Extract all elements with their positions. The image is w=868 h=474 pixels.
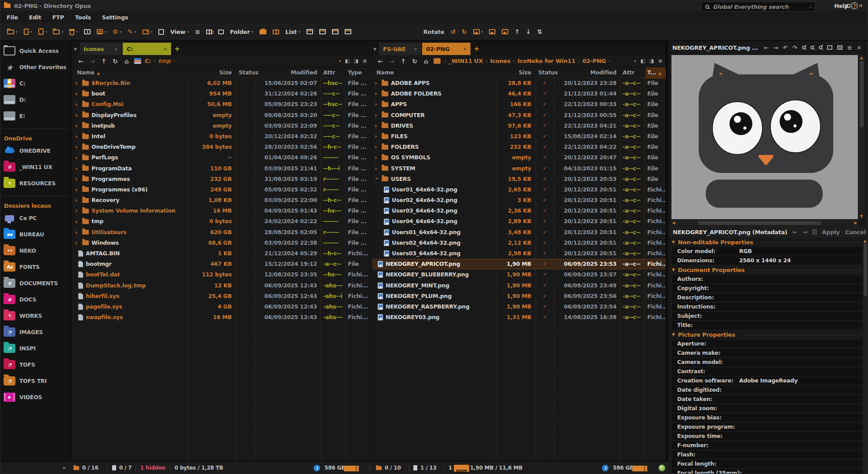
sidebar-item-docs[interactable]: ≡DOCS: [0, 291, 70, 308]
menu-tools[interactable]: Tools: [75, 14, 91, 21]
metadata-field[interactable]: Color model:RGB: [672, 247, 862, 255]
file-row[interactable]: ›Config.Msi50,6 MB05/09/2025 23:23--hsc-…: [73, 99, 370, 110]
column-header-attr[interactable]: Attr: [323, 67, 335, 78]
metadata-field[interactable]: Exposure bias:: [672, 414, 862, 422]
metadata-field[interactable]: Authors:: [672, 275, 862, 283]
file-row[interactable]: ›tmp0 bytes24/02/2024 02:22-------File .…: [73, 216, 370, 227]
metadata-field[interactable]: Digital zoom:: [672, 404, 862, 412]
info-icon[interactable]: i: [314, 465, 320, 471]
column-header-name[interactable]: Name▲: [77, 67, 100, 79]
breadcrumb[interactable]: C:›tmp›: [145, 58, 175, 64]
expand-icon[interactable]: ›: [75, 198, 80, 202]
search-dropdown-icon[interactable]: ⌄: [809, 4, 812, 9]
info-icon[interactable]: i: [602, 465, 609, 471]
expand-icon[interactable]: ›: [75, 145, 80, 149]
metadata-field[interactable]: Date taken:: [672, 395, 862, 403]
metadata-field[interactable]: Copyright:: [672, 284, 862, 292]
pane-expand-icon[interactable]: ◧: [641, 58, 645, 64]
column-header-type[interactable]: T...▲: [646, 67, 666, 79]
global-search-input[interactable]: Global Everything search ⌄: [701, 2, 816, 11]
new-tab-button[interactable]: +: [172, 43, 182, 55]
toolbar-sort-up-button[interactable]: ↑: [511, 25, 523, 38]
viewer-horizontal-scrollbar[interactable]: ◀ ▶: [671, 220, 858, 226]
file-row[interactable]: Users02_64x64-32.png2,12 KB✓20/12/2023 2…: [372, 238, 666, 248]
column-header-size[interactable]: Size: [182, 67, 232, 78]
menu-settings[interactable]: Settings: [102, 14, 128, 21]
metadata-field[interactable]: Date digitized:: [672, 386, 862, 394]
file-row[interactable]: ›Utilisateurs620 GB28/08/2025 02:05r----…: [73, 227, 370, 238]
toolbar-delete-button[interactable]: ▾: [66, 25, 81, 38]
viewer-forward-icon[interactable]: →: [773, 45, 778, 51]
file-row[interactable]: ›Programmes (x86)249 GB05/09/2025 02:32r…: [73, 184, 370, 195]
scroll-left-icon[interactable]: ◀: [672, 220, 675, 226]
toolbar-table-style-4-button[interactable]: [342, 25, 354, 38]
toolbar-edit-button[interactable]: ✎▾: [124, 25, 139, 38]
column-header-attr[interactable]: Attr: [623, 67, 635, 78]
scroll-up-icon[interactable]: ▲: [860, 55, 863, 61]
file-row[interactable]: ›COMPUTER47,3 KB✓21/12/2023 00:55-a--c--…: [372, 110, 666, 121]
toolbar-sort-both-button[interactable]: ⇅: [534, 25, 545, 38]
file-row[interactable]: ›Recovery1,08 KB03/09/2025 22:00--h-c--F…: [73, 195, 370, 206]
file-row[interactable]: Users01_64x64-32.png3,48 KB✓20/12/2023 2…: [372, 227, 666, 238]
file-row[interactable]: ›SYSTEMempty✓04/10/2023 01:15-a--c--File…: [372, 163, 666, 174]
toolbar-clipboard-button[interactable]: ▾: [35, 25, 50, 38]
breadcrumb[interactable]: ‹_WIN11 UX›Icones›IcoNeko for Win11›02-P…: [444, 58, 610, 64]
expand-icon[interactable]: ›: [75, 92, 80, 96]
expand-icon[interactable]: ›: [375, 155, 379, 160]
metadata-field[interactable]: Flash:: [672, 451, 862, 459]
image-preview[interactable]: [671, 55, 858, 219]
file-row[interactable]: ›PerfLogs--01/04/2024 09:26-------File .…: [73, 152, 370, 163]
toolbar-dual-display-button[interactable]: [81, 25, 94, 38]
file-row[interactable]: ›$Recycle.Bin6,02 MB15/06/2025 02:07--hs…: [73, 78, 370, 88]
sidebar-item-e-[interactable]: E:: [0, 108, 70, 124]
file-row[interactable]: ›System Volume Information16 MB04/09/202…: [73, 206, 370, 216]
path-segment[interactable]: Icones: [490, 58, 511, 64]
file-row[interactable]: ›DRIVES97,6 KB✓22/12/2023 04:21-a--c--Fi…: [372, 121, 666, 131]
file-row[interactable]: bootmgr467 KB15/12/2024 19:12-a--c--File: [73, 259, 370, 269]
metadata-section-non-editable-properties[interactable]: ▼Non-editable Properties: [672, 238, 862, 246]
expand-icon[interactable]: ›: [75, 177, 80, 181]
toolbar-frame-button[interactable]: [215, 25, 227, 38]
sidebar-item-vid-os[interactable]: ▶VIDÉOS: [0, 389, 70, 405]
sidebar-item-works[interactable]: ✎WORKS: [0, 308, 70, 324]
expand-icon[interactable]: ›: [75, 81, 80, 85]
file-row[interactable]: ›OS SYMBOLSempty✓20/12/2023 20:47-a--c--…: [372, 152, 666, 163]
sidebar-item-ce-pc[interactable]: Ce PC: [0, 210, 70, 226]
metadata-scrollbar[interactable]: ▲: [863, 238, 868, 474]
file-row[interactable]: ›OneDriveTemp384 bytes28/10/2023 02:56--…: [73, 142, 370, 152]
sidebar-item-c-[interactable]: C:: [0, 75, 70, 92]
expand-icon[interactable]: ›: [75, 230, 80, 235]
toolbar-image-frame-button[interactable]: [499, 25, 511, 38]
metadata-field[interactable]: Instructions:: [672, 303, 862, 311]
up-icon[interactable]: ↑: [399, 58, 407, 65]
fit-page-icon[interactable]: [827, 45, 832, 50]
file-row[interactable]: ›ADOBE APPS28,8 KB✓20/12/2023 23:28-a--c…: [372, 78, 666, 88]
file-row[interactable]: ›USERS19,5 KB✓20/12/2023 20:53-a--c--Fil…: [372, 174, 666, 184]
toolbar-sort-down-button[interactable]: ↓: [523, 25, 534, 38]
path-segment[interactable]: C:: [145, 58, 151, 64]
sidebar-item--win11-ux[interactable]: ⚙_WIN11 UX: [0, 159, 70, 175]
tab-close-icon[interactable]: ✕: [414, 47, 417, 51]
column-header-name[interactable]: Name: [376, 67, 394, 78]
scroll-down-icon[interactable]: ▼: [860, 213, 863, 219]
collapse-icon[interactable]: ›: [375, 177, 379, 182]
expand-icon[interactable]: ›: [75, 113, 80, 118]
expand-icon[interactable]: ›: [375, 145, 379, 149]
viewer-rotate-right-icon[interactable]: ↷: [792, 45, 797, 51]
column-header-modified[interactable]: Modified: [254, 67, 317, 78]
file-row[interactable]: User02_64x64-32.png3 KB✓20/12/2023 20:51…: [372, 195, 666, 206]
file-row[interactable]: hiberfil.sys25,4 GB06/09/2025 12:43-ahs-…: [73, 291, 370, 301]
file-row[interactable]: ›Windows68,6 GB03/09/2025 22:38-------Fi…: [73, 238, 370, 248]
path-segment[interactable]: 02-PNG: [583, 58, 606, 64]
tab-c-[interactable]: C:✕: [123, 43, 171, 55]
viewer-rotate-left-icon[interactable]: ↶: [783, 45, 788, 51]
file-row[interactable]: swapfile.sys16 MB06/09/2025 12:43-ahs---…: [73, 312, 370, 323]
toolbar-image-mark-button[interactable]: [486, 25, 499, 38]
expand-icon[interactable]: ›: [75, 134, 80, 139]
help-menu[interactable]: Help ? ▾: [835, 2, 862, 9]
expand-icon[interactable]: ›: [375, 92, 379, 96]
home-icon[interactable]: ⌂: [422, 58, 430, 65]
expand-icon[interactable]: ›: [375, 124, 379, 128]
file-row[interactable]: ›Intel0 bytes20/12/2024 02:32----c--File…: [73, 131, 370, 142]
toolbar-rotate-right-button[interactable]: ↻: [459, 25, 470, 38]
